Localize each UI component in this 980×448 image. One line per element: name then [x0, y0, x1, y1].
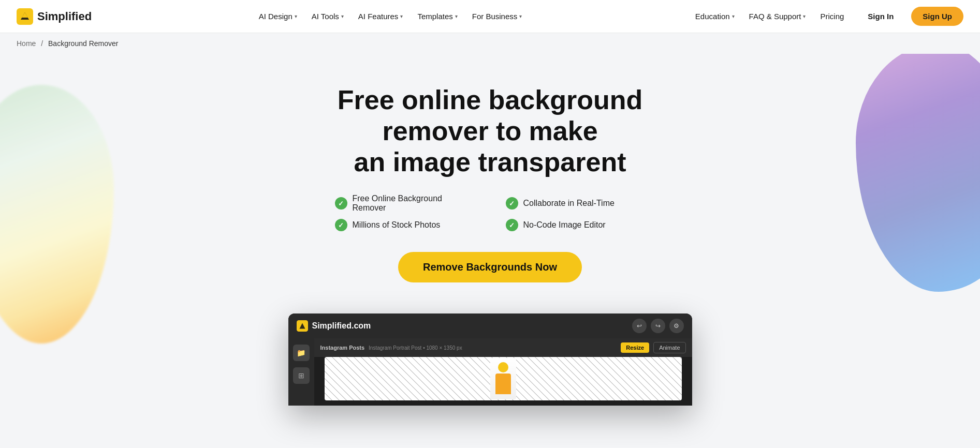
feature-item-1: ✓ Free Online Background Remover	[335, 194, 475, 213]
chevron-down-icon: ▾	[732, 13, 735, 19]
breadcrumb-separator: /	[41, 39, 43, 48]
nav-ai-features[interactable]: AI Features ▾	[352, 8, 409, 25]
signin-button[interactable]: Sign In	[858, 8, 903, 25]
resize-button[interactable]: Resize	[621, 342, 649, 353]
breadcrumb-current: Background Remover	[48, 39, 118, 48]
nav-ai-tools[interactable]: AI Tools ▾	[305, 8, 350, 25]
breadcrumb-home[interactable]: Home	[17, 39, 36, 48]
hero-section: Free online background remover to make a…	[0, 54, 980, 447]
check-icon-1: ✓	[335, 197, 347, 210]
hero-content: Free online background remover to make a…	[10, 85, 970, 406]
chevron-down-icon: ▾	[455, 13, 458, 19]
toolbar-sub-label: Instagram Portrait Post • 1080 × 1350 px	[369, 345, 462, 351]
app-preview-bar: Simplified.com ↩ ↪ ⚙	[288, 313, 692, 338]
app-preview-controls: ↩ ↪ ⚙	[632, 319, 684, 333]
chevron-down-icon: ▾	[295, 13, 297, 19]
nav-links: AI Design ▾ AI Tools ▾ AI Features ▾ Tem…	[253, 8, 529, 25]
app-toolbar: Instagram Posts Instagram Portrait Post …	[314, 338, 692, 357]
feature-item-2: ✓ Collaborate in Real-Time	[506, 194, 646, 213]
nav-right: Education ▾ FAQ & Support ▾ Pricing Sign…	[689, 7, 963, 26]
navbar: Simplified AI Design ▾ AI Tools ▾ AI Fea…	[0, 0, 980, 33]
nav-faq-support[interactable]: FAQ & Support ▾	[743, 8, 812, 25]
nav-education[interactable]: Education ▾	[689, 8, 741, 25]
logo-text: Simplified	[37, 10, 92, 23]
check-icon-3: ✓	[335, 219, 347, 231]
chevron-down-icon: ▾	[341, 13, 344, 19]
app-preview-logo-text: Simplified.com	[312, 321, 371, 331]
toolbar-project-label: Instagram Posts	[320, 345, 365, 351]
hero-title: Free online background remover to make a…	[288, 85, 692, 177]
nav-for-business[interactable]: For Business ▾	[466, 8, 529, 25]
undo-icon: ↩	[632, 319, 647, 333]
feature-item-3: ✓ Millions of Stock Photos	[335, 219, 475, 231]
settings-icon: ⚙	[669, 319, 684, 333]
assets-icon[interactable]: 📁	[293, 345, 310, 361]
breadcrumb: Home / Background Remover	[0, 33, 980, 54]
logo-link[interactable]: Simplified	[17, 8, 92, 25]
app-logo-icon	[297, 320, 308, 332]
check-icon-4: ✓	[506, 219, 518, 231]
signup-button[interactable]: Sign Up	[911, 7, 963, 26]
canvas-image	[325, 357, 682, 400]
check-icon-2: ✓	[506, 197, 518, 210]
app-preview: Simplified.com ↩ ↪ ⚙ 📁 ⊞ Instagram Posts…	[288, 313, 692, 406]
chevron-down-icon: ▾	[400, 13, 403, 19]
chevron-down-icon: ▾	[519, 13, 522, 19]
nav-right-links: Education ▾ FAQ & Support ▾ Pricing	[689, 8, 850, 25]
app-preview-logo: Simplified.com	[297, 320, 371, 332]
animate-button[interactable]: Animate	[653, 342, 685, 353]
nav-templates[interactable]: Templates ▾	[411, 8, 463, 25]
hero-features: ✓ Free Online Background Remover ✓ Colla…	[335, 194, 646, 231]
logo-icon	[17, 8, 33, 25]
grid-icon[interactable]: ⊞	[293, 367, 310, 384]
nav-ai-design[interactable]: AI Design ▾	[253, 8, 303, 25]
redo-icon: ↪	[651, 319, 665, 333]
chevron-down-icon: ▾	[803, 13, 806, 19]
app-canvas: Instagram Posts Instagram Portrait Post …	[314, 338, 692, 406]
canvas-area	[325, 357, 682, 400]
app-preview-main: 📁 ⊞ Instagram Posts Instagram Portrait P…	[288, 338, 692, 406]
cta-button[interactable]: Remove Backgrounds Now	[398, 252, 582, 282]
nav-pricing[interactable]: Pricing	[814, 8, 850, 25]
feature-item-4: ✓ No-Code Image Editor	[506, 219, 646, 231]
app-sidebar: 📁 ⊞	[288, 338, 314, 406]
